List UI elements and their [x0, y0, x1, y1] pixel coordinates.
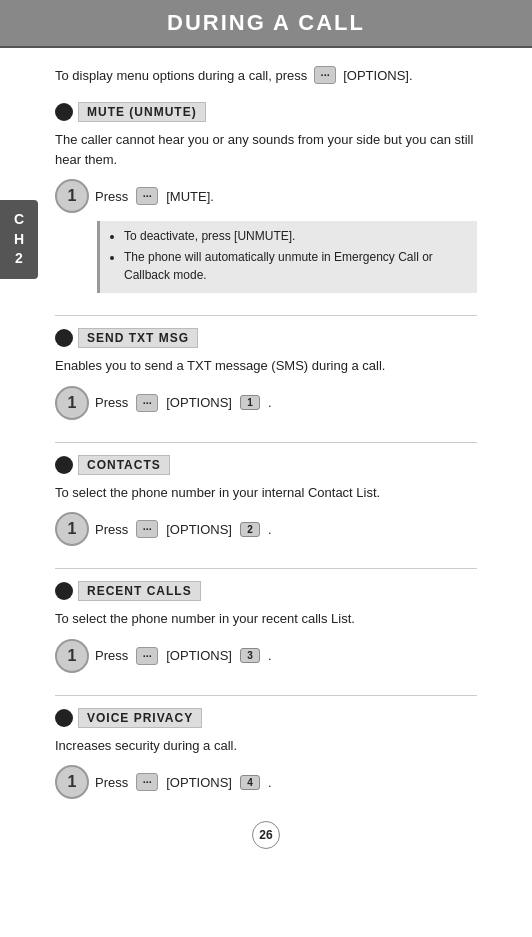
contacts-step-icon: 1 [55, 512, 89, 546]
contacts-press-label: Press [95, 522, 128, 537]
divider-2 [55, 442, 477, 443]
send-txt-step-icon: 1 [55, 386, 89, 420]
recent-calls-press-row: 1 Press ··· [OPTIONS] 3 . [55, 639, 477, 673]
voice-privacy-desc: Increases security during a call. [55, 736, 477, 756]
mute-label: MUTE (UNMUTE) [78, 102, 206, 122]
mute-options-icon: ··· [136, 187, 158, 205]
recent-calls-circle [55, 582, 73, 600]
page-title: DURING A CALL [0, 10, 532, 36]
recent-calls-step-icon: 1 [55, 639, 89, 673]
voice-privacy-label: VOICE PRIVACY [78, 708, 202, 728]
page-number-area: 26 [55, 821, 477, 849]
contacts-badge: CONTACTS [55, 455, 170, 475]
contacts-press-row: 1 Press ··· [OPTIONS] 2 . [55, 512, 477, 546]
mute-press-row: 1 Press ··· [MUTE]. [55, 179, 477, 213]
mute-action: [MUTE]. [166, 189, 214, 204]
contacts-num-key: 2 [240, 522, 260, 537]
send-txt-label: SEND TXT MSG [78, 328, 198, 348]
recent-calls-press-label: Press [95, 648, 128, 663]
send-txt-circle [55, 329, 73, 347]
mute-note-item-2: The phone will automatically unmute in E… [124, 248, 467, 284]
send-txt-action: [OPTIONS] [166, 395, 232, 410]
options-button-icon: ··· [314, 66, 336, 84]
mute-note-item-1: To deactivate, press [UNMUTE]. [124, 227, 467, 245]
voice-privacy-press-label: Press [95, 775, 128, 790]
voice-privacy-press-row: 1 Press ··· [OPTIONS] 4 . [55, 765, 477, 799]
recent-calls-num-key: 3 [240, 648, 260, 663]
voice-privacy-step-icon: 1 [55, 765, 89, 799]
mute-step-icon: 1 [55, 179, 89, 213]
voice-privacy-circle [55, 709, 73, 727]
chapter-tab: C H 2 [0, 200, 38, 279]
contacts-action: [OPTIONS] [166, 522, 232, 537]
mute-badge: MUTE (UNMUTE) [55, 102, 206, 122]
section-mute: MUTE (UNMUTE) The caller cannot hear you… [55, 102, 477, 293]
mute-press-label: Press [95, 189, 128, 204]
contacts-options-icon: ··· [136, 520, 158, 538]
divider-3 [55, 568, 477, 569]
intro-text: To display menu options during a call, p… [55, 68, 307, 83]
contacts-circle [55, 456, 73, 474]
page-header: DURING A CALL [0, 0, 532, 48]
voice-privacy-options-icon: ··· [136, 773, 158, 791]
divider-1 [55, 315, 477, 316]
divider-4 [55, 695, 477, 696]
send-txt-desc: Enables you to send a TXT message (SMS) … [55, 356, 477, 376]
voice-privacy-badge: VOICE PRIVACY [55, 708, 202, 728]
send-txt-num-key: 1 [240, 395, 260, 410]
recent-calls-label: RECENT CALLS [78, 581, 201, 601]
intro-options-label: [OPTIONS]. [343, 68, 412, 83]
recent-calls-desc: To select the phone number in your recen… [55, 609, 477, 629]
send-txt-press-row: 1 Press ··· [OPTIONS] 1 . [55, 386, 477, 420]
section-recent-calls: RECENT CALLS To select the phone number … [55, 581, 477, 673]
recent-calls-options-icon: ··· [136, 647, 158, 665]
intro-line: To display menu options during a call, p… [55, 66, 477, 84]
send-txt-badge: SEND TXT MSG [55, 328, 198, 348]
mute-circle [55, 103, 73, 121]
contacts-desc: To select the phone number in your inter… [55, 483, 477, 503]
send-txt-options-icon: ··· [136, 394, 158, 412]
main-content: To display menu options during a call, p… [0, 48, 532, 875]
mute-desc: The caller cannot hear you or any sounds… [55, 130, 477, 169]
section-send-txt: SEND TXT MSG Enables you to send a TXT m… [55, 328, 477, 420]
voice-privacy-action: [OPTIONS] [166, 775, 232, 790]
send-txt-press-label: Press [95, 395, 128, 410]
section-voice-privacy: VOICE PRIVACY Increases security during … [55, 708, 477, 800]
section-contacts: CONTACTS To select the phone number in y… [55, 455, 477, 547]
recent-calls-badge: RECENT CALLS [55, 581, 201, 601]
contacts-label: CONTACTS [78, 455, 170, 475]
voice-privacy-num-key: 4 [240, 775, 260, 790]
recent-calls-action: [OPTIONS] [166, 648, 232, 663]
mute-note-box: To deactivate, press [UNMUTE]. The phone… [97, 221, 477, 293]
page-number: 26 [252, 821, 280, 849]
